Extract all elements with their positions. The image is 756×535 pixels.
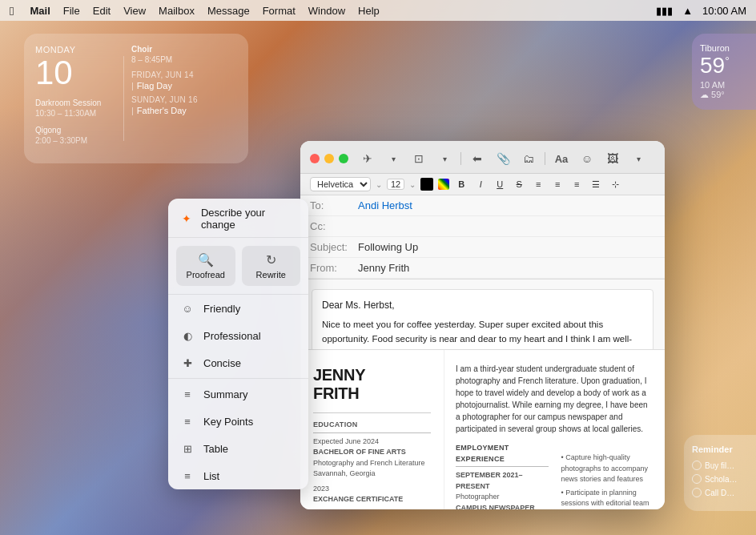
chevron-down-icon[interactable]: ▾ <box>384 149 403 168</box>
calendar-date: 10 <box>35 56 115 90</box>
mail-window: ✈ ▾ ⊡ ▾ ⬅ 📎 🗂 Aa ☺ 🖼 ▾ Helvetica ⌄ 12 ⌄ … <box>300 141 665 509</box>
subject-value[interactable]: Following Up <box>358 241 418 253</box>
weather-location: Tiburon <box>700 43 748 53</box>
chevron-down-icon-2[interactable]: ▾ <box>435 149 454 168</box>
more-options-icon[interactable]: ⊹ <box>608 177 622 191</box>
weather-time: 10 AM <box>700 80 748 90</box>
back-icon[interactable]: ⬅ <box>468 149 487 168</box>
reminders-widget: Reminder Buy fil… Schola… Call D… <box>684 435 756 511</box>
calendar-widget: MONDAY 10 Darkroom Session 10:30 – 11:30… <box>24 34 248 163</box>
cv-employment: EMPLOYMENT EXPERIENCE SEPTEMBER 2021–PRE… <box>456 443 549 509</box>
reminder-circle-2 <box>692 474 702 484</box>
calendar-event-darksession: Darkroom Session 10:30 – 11:30AM <box>35 98 115 119</box>
align-center-icon[interactable]: ≡ <box>550 177 565 191</box>
reminder-item-3: Call D… <box>692 488 748 497</box>
wt-keypoints-item[interactable]: ≡ Key Points <box>168 408 308 435</box>
cv-left: JENNY FRITH EDUCATION Expected June 2024… <box>300 350 444 509</box>
menu-mailbox[interactable]: Mailbox <box>159 5 195 17</box>
calendar-day: MONDAY <box>35 45 115 54</box>
from-row: From: Jenny Frith <box>300 258 665 279</box>
subject-row: Subject: Following Up <box>300 237 665 258</box>
mail-toolbar: ✈ ▾ ⊡ ▾ ⬅ 📎 🗂 Aa ☺ 🖼 ▾ <box>300 141 665 174</box>
cv-bio: I am a third-year student undergraduate … <box>456 363 653 435</box>
maximize-button[interactable] <box>339 154 348 163</box>
minimize-button[interactable] <box>324 154 334 163</box>
proofread-icon: 🔍 <box>181 252 231 268</box>
table-icon: ⊞ <box>179 440 195 457</box>
image-icon[interactable]: 🖼 <box>603 149 622 168</box>
weather-condition: ☁ 59° <box>700 90 748 100</box>
send-icon[interactable]: ✈ <box>358 149 377 168</box>
color-picker-icon[interactable] <box>438 179 449 190</box>
align-right-icon[interactable]: ≡ <box>569 177 584 191</box>
keypoints-icon: ≡ <box>179 413 195 429</box>
reminder-circle-1 <box>692 461 702 470</box>
wt-table-item[interactable]: ⊞ Table <box>168 435 308 462</box>
cv-right: I am a third-year student undergraduate … <box>444 350 665 509</box>
attachment-icon[interactable]: 📎 <box>493 149 513 168</box>
emoji-icon[interactable]: ☺ <box>577 149 597 168</box>
strikethrough-button[interactable]: S <box>512 177 526 191</box>
reminders-title: Reminder <box>692 444 748 454</box>
traffic-lights <box>310 154 348 163</box>
professional-icon: ◐ <box>179 328 195 344</box>
apple-menu[interactable]:  <box>10 4 14 18</box>
battery-icon: ▮▮▮ <box>656 5 673 17</box>
menu-format[interactable]: Format <box>263 5 296 17</box>
writing-tools-icon: ✦ <box>179 211 195 227</box>
list-icon[interactable]: ☰ <box>589 177 603 191</box>
weather-widget: Tiburon 59° 10 AM ☁ 59° <box>692 34 756 110</box>
choir-event: Choir <box>131 45 237 54</box>
from-label: From: <box>310 262 358 274</box>
writing-tools-popover: ✦ Describe your change 🔍 Proofread ↻ Rew… <box>168 199 308 489</box>
wt-header: ✦ Describe your change <box>168 199 308 238</box>
font-icon[interactable]: Aa <box>552 149 571 168</box>
menu-message[interactable]: Message <box>207 5 250 17</box>
format-toolbar: Helvetica ⌄ 12 ⌄ B I U S ≡ ≡ ≡ ☰ ⊹ <box>300 174 665 195</box>
close-button[interactable] <box>310 154 320 163</box>
to-value[interactable]: Andi Herbst <box>358 199 412 211</box>
to-row: To: Andi Herbst <box>300 195 665 216</box>
italic-button[interactable]: I <box>473 177 488 191</box>
font-select[interactable]: Helvetica <box>310 177 371 191</box>
menu-edit[interactable]: Edit <box>93 5 111 17</box>
mail-greeting: Dear Ms. Herbst, <box>322 298 643 313</box>
toolbar-separator-1 <box>460 152 461 165</box>
bold-button[interactable]: B <box>454 177 468 191</box>
cv-education: EDUCATION Expected June 2024 BACHELOR OF… <box>313 420 431 505</box>
wt-friendly-item[interactable]: ☺ Friendly <box>168 295 308 322</box>
menubar-right: ▮▮▮ ▲ 10:00 AM <box>656 5 746 17</box>
rewrite-button[interactable]: ↻ Rewrite <box>242 246 301 286</box>
menu-window[interactable]: Window <box>308 5 345 17</box>
wt-separator <box>168 378 308 379</box>
wt-concise-item[interactable]: ✚ Concise <box>168 349 308 376</box>
align-left-icon[interactable]: ≡ <box>531 177 545 191</box>
text-color-swatch[interactable] <box>420 178 433 191</box>
folder-icon[interactable]: 🗂 <box>519 149 538 168</box>
wifi-icon: ▲ <box>682 5 693 17</box>
menu-file[interactable]: File <box>63 5 80 17</box>
proofread-button[interactable]: 🔍 Proofread <box>176 246 235 286</box>
subject-label: Subject: <box>310 241 358 253</box>
wt-summary-item[interactable]: ≡ Summary <box>168 380 308 408</box>
desktop:  Mail File Edit View Mailbox Message Fo… <box>0 0 756 535</box>
concise-icon: ✚ <box>179 355 195 371</box>
summary-icon: ≡ <box>179 386 195 402</box>
reminder-item-1: Buy fil… <box>692 461 748 470</box>
reminder-circle-3 <box>692 488 702 497</box>
rewrite-icon: ↻ <box>247 252 296 268</box>
chevron-down-icon-3[interactable]: ▾ <box>629 149 648 168</box>
wt-list-item[interactable]: ≡ List <box>168 462 308 489</box>
clock: 10:00 AM <box>702 5 746 17</box>
menu-view[interactable]: View <box>123 5 146 17</box>
weather-temperature: 59° <box>700 54 748 77</box>
cv-bullets: • Capture high-quality photographs to ac… <box>561 443 654 509</box>
wt-actions: 🔍 Proofread ↻ Rewrite <box>168 238 308 295</box>
menu-mail[interactable]: Mail <box>30 5 50 17</box>
underline-button[interactable]: U <box>493 177 507 191</box>
wt-title: Describe your change <box>201 207 297 231</box>
menu-help[interactable]: Help <box>358 5 380 17</box>
compose-window-icon[interactable]: ⊡ <box>409 149 428 168</box>
wt-professional-item[interactable]: ◐ Professional <box>168 322 308 349</box>
cc-label: Cc: <box>310 220 358 232</box>
